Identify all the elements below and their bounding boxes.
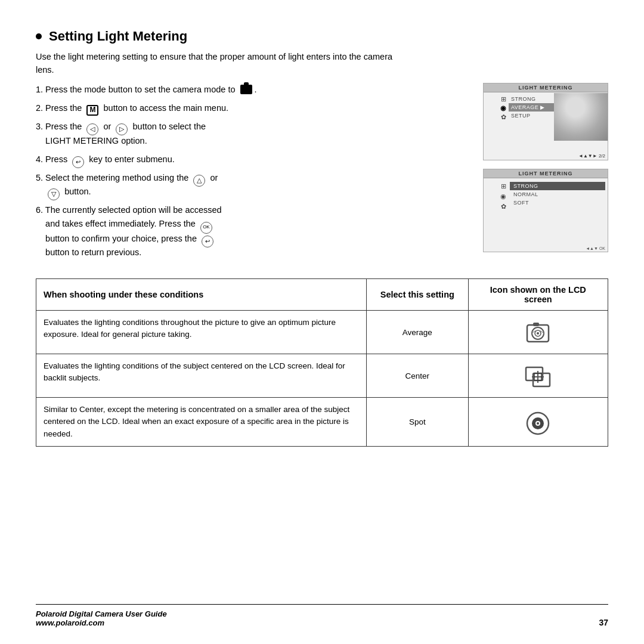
step-5: 5. Select the metering method using the …	[36, 171, 257, 199]
lcd1-icon-3: ✿	[501, 114, 506, 120]
table-row: Similar to Center, except the metering i…	[36, 398, 608, 447]
up-nav-icon: △	[193, 175, 205, 187]
average-metering-icon	[522, 317, 553, 348]
col-header-conditions: When shooting under these conditions	[36, 279, 367, 311]
spot-metering-icon	[522, 407, 553, 438]
col-header-setting: Select this setting	[367, 279, 468, 311]
row2-setting: Center	[367, 354, 468, 398]
lcd1-photo-face	[554, 93, 608, 141]
table-row: Evaluates the lighting conditions of the…	[36, 354, 608, 398]
m-button-icon: M	[86, 105, 98, 116]
svg-point-4	[537, 332, 539, 335]
footer-guide-title: Polaroid Digital Camera User Guide	[36, 609, 167, 618]
table-row: Evaluates the lighting conditions throug…	[36, 311, 608, 354]
section-title: Setting Light Metering	[36, 29, 608, 44]
lcd1-icon-1: ⊞	[501, 96, 506, 103]
camera-mode-icon	[240, 85, 252, 94]
row3-icon	[468, 398, 608, 447]
footer-website: www.polaroid.com	[36, 618, 167, 627]
lcd1-counter: ◄▲▼► 2/2	[578, 153, 605, 159]
svg-rect-1	[533, 323, 539, 326]
svg-point-13	[537, 422, 539, 425]
lcd-screens: LIGHT METERING ⊞ ◉ ✿ STRONG AVERAGE ▶ SE…	[483, 83, 608, 252]
lcd1-body: ⊞ ◉ ✿ STRONG AVERAGE ▶ SETUP	[484, 92, 608, 156]
average-icon-cell	[476, 317, 600, 348]
lcd2-footer: ◄▲▼ OK	[586, 246, 605, 250]
row3-condition: Similar to Center, except the metering i…	[36, 398, 367, 447]
title-text: Setting Light Metering	[49, 29, 187, 44]
content-area: 1. Press the mode button to set the came…	[36, 83, 608, 264]
lcd2-menu: STRONG NORMAL SOFT	[507, 178, 608, 247]
lcd2-header: LIGHT METERING	[484, 169, 608, 178]
spot-icon-cell	[476, 407, 600, 438]
lcd2-icons: ⊞ ◉ ✿	[484, 178, 507, 247]
row3-setting: Spot	[367, 398, 468, 447]
bullet-icon	[36, 33, 42, 39]
lcd-screen-1: LIGHT METERING ⊞ ◉ ✿ STRONG AVERAGE ▶ SE…	[483, 83, 608, 160]
lcd1-icons: ⊞ ◉ ✿	[484, 92, 507, 156]
lcd1-photo	[554, 93, 608, 141]
ok-button-icon: OK	[200, 222, 212, 234]
row1-setting: Average	[367, 311, 468, 354]
row1-condition: Evaluates the lighting conditions throug…	[36, 311, 367, 354]
lcd1-icon-2: ◉	[500, 105, 506, 112]
intro-paragraph: Use the light metering setting to ensure…	[36, 50, 411, 77]
step-4: 4. Press ↩ key to enter submenu.	[36, 153, 257, 166]
row2-icon	[468, 354, 608, 398]
lcd1-header: LIGHT METERING	[484, 83, 608, 92]
col-header-icon: Icon shown on the LCD screen	[468, 279, 608, 311]
back-btn2-icon: ↩	[202, 236, 213, 247]
step-2: 2. Press the M button to access the main…	[36, 101, 257, 115]
metering-table: When shooting under these conditions Sel…	[36, 278, 608, 447]
table-header-row: When shooting under these conditions Sel…	[36, 279, 608, 311]
instructions-block: 1. Press the mode button to set the came…	[36, 83, 257, 264]
row2-condition: Evaluates the lighting conditions of the…	[36, 354, 367, 398]
center-icon-cell	[476, 360, 600, 391]
step-6: 6. The currently selected option will be…	[36, 203, 257, 259]
footer-branding: Polaroid Digital Camera User Guide www.p…	[36, 609, 167, 627]
lcd2-icon-3: ✿	[501, 203, 506, 210]
right-nav-icon: ▷	[116, 123, 128, 135]
center-metering-icon	[522, 360, 553, 391]
row1-icon	[468, 311, 608, 354]
down-nav-icon: ▽	[48, 188, 60, 200]
back-btn-icon: ↩	[72, 156, 84, 168]
lcd2-item-3: SOFT	[510, 199, 605, 207]
left-nav-icon: ◁	[86, 123, 98, 135]
footer-page-number: 37	[599, 618, 608, 627]
lcd2-icon-2: ◉	[500, 193, 506, 200]
page: Setting Light Metering Use the light met…	[0, 0, 644, 644]
lcd-screen-2: LIGHT METERING ⊞ ◉ ✿ STRONG NORMAL SOFT …	[483, 169, 608, 252]
lcd2-item-1: STRONG	[510, 182, 605, 190]
lcd2-item-2: NORMAL	[510, 190, 605, 199]
footer: Polaroid Digital Camera User Guide www.p…	[36, 604, 608, 627]
step-3: 3. Press the ◁ or ▷ button to select the…	[36, 120, 257, 147]
lcd2-icon-1: ⊞	[501, 183, 506, 190]
step-1: 1. Press the mode button to set the came…	[36, 83, 257, 97]
lcd2-body: ⊞ ◉ ✿ STRONG NORMAL SOFT	[484, 178, 608, 247]
